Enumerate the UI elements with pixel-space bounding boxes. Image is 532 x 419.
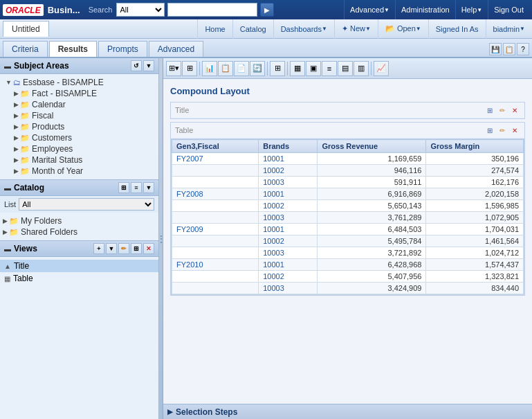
cell-brand[interactable]: 10001: [259, 188, 318, 200]
layout-title-delete-icon[interactable]: ✕: [509, 105, 520, 116]
dropdown-icon[interactable]: ▼: [143, 60, 154, 71]
administration-nav-link[interactable]: Administration: [395, 0, 455, 19]
views-section: ▬ Views + ▼ ✏ ⊞ ✕ ▲ Title ▦ Table: [0, 241, 158, 419]
cell-margin: 1,704,031: [426, 224, 524, 235]
views-add-icon[interactable]: +: [93, 243, 104, 254]
toolbar-btn-8[interactable]: ▦: [290, 61, 305, 76]
cell-fiscal[interactable]: FY2008: [172, 188, 259, 200]
tree-item-fiscal[interactable]: ▶ 📁 Fiscal: [0, 110, 158, 121]
tree-item-essbase[interactable]: ▼ 🗂 Essbase - BISAMPLE: [0, 77, 158, 88]
cell-brand[interactable]: 10002: [259, 200, 318, 212]
cell-fiscal[interactable]: FY2009: [172, 224, 259, 235]
catalog-list-select[interactable]: All: [19, 198, 154, 211]
reload-icon[interactable]: ↺: [131, 60, 142, 71]
toolbar-btn-11[interactable]: ▤: [338, 61, 353, 76]
views-title: Views: [14, 244, 37, 253]
tree-item-products[interactable]: ▶ 📁 Products: [0, 121, 158, 132]
catalog-nav-item[interactable]: Catalog: [232, 19, 273, 39]
views-dropdown-icon[interactable]: ▼: [106, 243, 117, 254]
new-nav-item[interactable]: ✦ New: [334, 19, 378, 39]
toolbar-btn-4[interactable]: 📋: [218, 61, 233, 76]
cell-brand[interactable]: 10002: [259, 165, 318, 177]
toolbar-btn-7[interactable]: ⊞: [270, 61, 285, 76]
search-scope-select[interactable]: All: [116, 3, 165, 17]
save-as-button[interactable]: 📋: [503, 43, 515, 55]
catalog-icon3[interactable]: ▼: [143, 182, 154, 193]
views-edit-icon[interactable]: ✏: [118, 243, 129, 254]
catalog-icon2[interactable]: ≡: [131, 182, 142, 193]
tree-item-calendar[interactable]: ▶ 📁 Calendar: [0, 99, 158, 110]
user-name[interactable]: biadmin: [486, 19, 532, 39]
selection-steps-bar: ▶ Selection Steps: [163, 404, 532, 419]
advanced-nav-link[interactable]: Advanced: [344, 0, 395, 19]
cell-fiscal[interactable]: FY2010: [172, 259, 259, 271]
toolbar-btn-12[interactable]: ▥: [354, 61, 369, 76]
toolbar-btn-9[interactable]: ▣: [306, 61, 321, 76]
cell-brand[interactable]: 10001: [259, 259, 318, 271]
table-row: 10002 5,650,143 1,596,985: [172, 200, 524, 212]
cell-revenue: 5,650,143: [318, 200, 426, 212]
tab-advanced[interactable]: Advanced: [149, 41, 203, 57]
layout-title-edit-icon[interactable]: ✏: [497, 105, 508, 116]
help-button[interactable]: ?: [517, 43, 529, 55]
cell-brand[interactable]: 10003: [259, 247, 318, 259]
toolbar-btn-2[interactable]: ⊞: [182, 61, 197, 76]
tree-item-my-folders[interactable]: ▶ 📁 My Folders: [0, 215, 158, 226]
tree-item-month-of-year[interactable]: ▶ 📁 Month of Year: [0, 166, 158, 177]
views-copy-icon[interactable]: ⊞: [131, 243, 142, 254]
layout-table-edit-icon[interactable]: ✏: [497, 125, 508, 136]
tree-item-fact[interactable]: ▶ 📁 Fact - BISAMPLE: [0, 88, 158, 99]
layout-table-delete-icon[interactable]: ✕: [509, 125, 520, 136]
help-nav-link[interactable]: Help: [455, 0, 488, 19]
layout-section-title-header: Title ⊞ ✏ ✕: [171, 102, 524, 118]
tree-item-employees[interactable]: ▶ 📁 Employees: [0, 143, 158, 154]
tree-item-marital-status[interactable]: ▶ 📁 Marital Status: [0, 154, 158, 166]
cell-brand[interactable]: 10001: [259, 153, 318, 165]
catalog-icon1[interactable]: ⊞: [118, 182, 129, 193]
toolbar-btn-1[interactable]: ⊞▾: [166, 61, 181, 76]
toolbar-btn-3[interactable]: 📊: [202, 61, 217, 76]
untitled-tab[interactable]: Untitled: [3, 21, 49, 37]
home-nav-item[interactable]: Home: [197, 19, 232, 39]
layout-section-title: Title ⊞ ✏ ✕: [170, 102, 525, 119]
search-button[interactable]: ▶: [260, 3, 274, 17]
layout-section-table-header: Table ⊞ ✏ ✕: [171, 123, 524, 139]
cell-brand[interactable]: 10002: [259, 271, 318, 283]
view-item-table[interactable]: ▦ Table: [0, 272, 158, 285]
tree-item-customers[interactable]: ▶ 📁 Customers: [0, 132, 158, 143]
cell-brand[interactable]: 10003: [259, 212, 318, 224]
layout-section-table: Table ⊞ ✏ ✕ Gen3,Fiscal Brands: [170, 122, 525, 296]
open-nav-item[interactable]: 📂 Open: [378, 19, 428, 39]
toolbar-btn-5[interactable]: 📄: [234, 61, 249, 76]
signout-nav-link[interactable]: Sign Out: [488, 0, 529, 19]
cell-brand[interactable]: 10003: [259, 177, 318, 188]
cell-brand[interactable]: 10001: [259, 224, 318, 235]
toolbar-btn-13[interactable]: 📈: [374, 61, 389, 76]
tab-criteria[interactable]: Criteria: [3, 41, 48, 57]
cell-revenue: 3,424,909: [318, 283, 426, 294]
subject-areas-title: Subject Areas: [14, 61, 69, 71]
view-item-title[interactable]: ▲ Title: [0, 260, 158, 272]
views-collapse-btn[interactable]: ▬: [4, 245, 11, 253]
save-button[interactable]: 💾: [489, 43, 502, 55]
search-label: Search: [89, 6, 113, 14]
layout-title-copy-icon[interactable]: ⊞: [484, 105, 495, 116]
tree-item-shared-folders[interactable]: ▶ 📁 Shared Folders: [0, 226, 158, 238]
cell-brand[interactable]: 10003: [259, 283, 318, 294]
tab-prompts[interactable]: Prompts: [98, 41, 147, 57]
toolbar-btn-10[interactable]: ≡: [322, 61, 337, 76]
layout-table-copy-icon[interactable]: ⊞: [484, 125, 495, 136]
layout-section-table-label: Table: [175, 126, 484, 134]
cell-fiscal[interactable]: FY2007: [172, 153, 259, 165]
toolbar-btn-6[interactable]: 🔄: [250, 61, 265, 76]
cell-revenue: 5,407,956: [318, 271, 426, 283]
dashboards-nav-item[interactable]: Dashboards: [273, 19, 334, 39]
views-delete-icon[interactable]: ✕: [143, 243, 154, 254]
selection-steps-expand-icon[interactable]: ▶: [167, 408, 173, 416]
catalog-collapse-btn[interactable]: ▬: [4, 184, 11, 192]
cell-fiscal: [172, 235, 259, 247]
search-input[interactable]: [167, 3, 257, 17]
subject-areas-collapse-btn[interactable]: ▬: [4, 62, 11, 70]
tab-results[interactable]: Results: [49, 41, 97, 57]
cell-brand[interactable]: 10002: [259, 235, 318, 247]
